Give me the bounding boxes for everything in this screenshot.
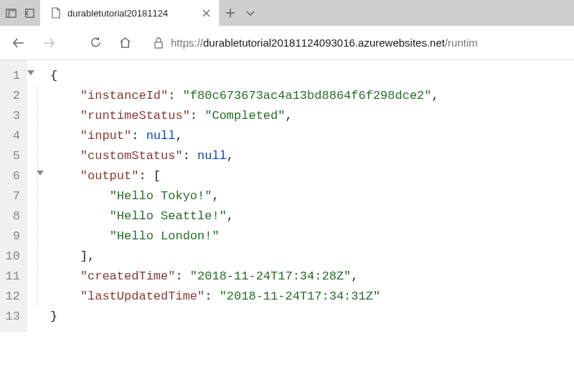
code-line: {: [37, 66, 574, 86]
tab-aside-icon[interactable]: [6, 8, 17, 19]
line-number: 4: [4, 126, 20, 146]
code-line: "output": [: [37, 166, 574, 186]
line-number: 13: [4, 307, 20, 327]
code-line: }: [37, 307, 574, 327]
svg-rect-10: [155, 42, 162, 48]
code-line: "input": null,: [37, 126, 574, 146]
code-line: "instanceId": "f80c673673ac4a13bd8864f6f…: [37, 86, 574, 106]
tab-dropdown-button[interactable]: [245, 8, 255, 18]
line-gutter: 1 2 3 4 5 6 7 8 9 10 11 12 13: [0, 60, 27, 333]
back-button[interactable]: [11, 36, 26, 50]
refresh-button[interactable]: [89, 36, 103, 49]
lock-icon: [154, 37, 164, 49]
line-number: 5: [4, 146, 20, 166]
code-line: "Hello London!": [37, 226, 574, 247]
fold-toggle[interactable]: [37, 171, 44, 176]
window-tab-controls: [0, 0, 40, 26]
code-line: "lastUpdatedTime": "2018-11-24T17:34:31Z…: [37, 287, 574, 307]
json-viewer: 1 2 3 4 5 6 7 8 9 10 11 12 13 { "instanc…: [0, 60, 574, 333]
tab-strip-actions: [220, 0, 261, 26]
url-path: /runtim: [445, 37, 478, 49]
svg-rect-3: [26, 9, 34, 16]
url-text: https://durabletutorial20181124093016.az…: [171, 37, 478, 49]
url-host: durabletutorial20181124093016.azurewebsi…: [203, 37, 445, 49]
code-line: "customStatus": null,: [37, 146, 574, 166]
active-tab[interactable]: durabletutorial20181124: [40, 0, 220, 26]
code-line: "runtimeStatus": "Completed",: [37, 106, 574, 126]
line-number: 2: [4, 86, 20, 106]
line-number: 6: [4, 166, 20, 186]
line-number: 8: [4, 206, 20, 226]
line-number: 9: [4, 226, 20, 247]
code-line: "Hello Tokyo!",: [37, 186, 574, 206]
navbar: https://durabletutorial20181124093016.az…: [0, 26, 574, 60]
set-aside-icon[interactable]: [24, 8, 34, 19]
line-number: 12: [4, 287, 20, 307]
titlebar: durabletutorial20181124: [0, 0, 574, 26]
address-bar[interactable]: https://durabletutorial20181124093016.az…: [148, 37, 563, 49]
code-line: "Hello Seattle!",: [37, 206, 574, 226]
line-number: 3: [4, 106, 20, 126]
line-number: 1: [4, 66, 20, 86]
file-icon: [50, 7, 62, 19]
line-number: 11: [4, 267, 20, 287]
home-button[interactable]: [118, 36, 132, 49]
line-number: 7: [4, 186, 20, 206]
forward-button[interactable]: [42, 36, 56, 50]
new-tab-button[interactable]: [225, 8, 235, 18]
fold-toggle[interactable]: [27, 70, 34, 75]
code-line: ],: [37, 247, 574, 267]
code-block[interactable]: { "instanceId": "f80c673673ac4a13bd8864f…: [27, 60, 574, 333]
close-tab-button[interactable]: [200, 7, 212, 19]
url-scheme: https://: [171, 37, 203, 49]
line-number: 10: [4, 247, 20, 267]
tab-title: durabletutorial20181124: [67, 8, 194, 19]
code-line: "createdTime": "2018-11-24T17:34:28Z",: [37, 267, 574, 287]
